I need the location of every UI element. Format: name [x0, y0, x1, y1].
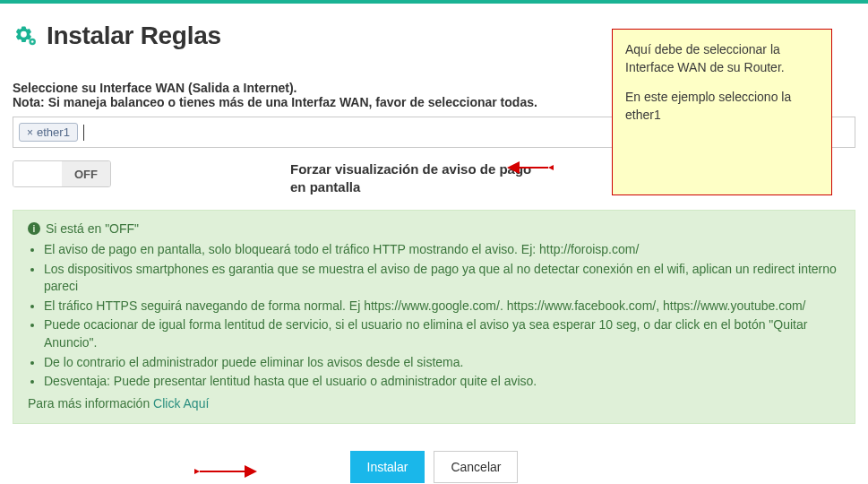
svg-point-1 — [31, 40, 34, 43]
alert-bullet: Los dispositivos smartphones es garantia… — [44, 261, 840, 296]
action-buttons-row: Instalar Cancelar — [13, 451, 855, 483]
remove-tag-icon[interactable]: × — [27, 126, 33, 139]
gears-icon — [13, 23, 38, 48]
alert-heading: i Si está en "OFF" — [28, 221, 840, 236]
cancel-button[interactable]: Cancelar — [434, 451, 518, 483]
toggle-off-half: OFF — [62, 161, 110, 186]
annotation-note: Aquí debe de seleccionar la Interface WA… — [612, 29, 832, 195]
annotation-note-p2: En este ejemplo selecciono la ether1 — [625, 88, 819, 125]
force-notice-toggle[interactable]: OFF — [13, 160, 111, 187]
wan-label-line-1: Seleccione su Interface WAN (Salida a In… — [13, 81, 296, 95]
alert-heading-text: Si está en "OFF" — [46, 221, 139, 236]
alert-bullet: Puede ocacionar de igual forma lentitud … — [44, 316, 840, 351]
wan-label-line-2: Nota: Si maneja balanceo o tienes más de… — [13, 95, 537, 109]
page-body: Instalar Reglas Seleccione su Interface … — [0, 4, 868, 484]
alert-footer-prefix: Para más información — [28, 396, 153, 411]
wan-tag-ether1[interactable]: × ether1 — [19, 123, 78, 142]
wan-tag-label: ether1 — [37, 125, 70, 139]
alert-footer: Para más información Click Aquí — [28, 396, 840, 411]
info-icon: i — [28, 222, 40, 235]
annotation-note-p1: Aquí debe de seleccionar la Interface WA… — [625, 40, 819, 77]
info-alert: i Si está en "OFF" El aviso de pago en p… — [13, 210, 855, 424]
alert-more-info-link[interactable]: Click Aquí — [153, 396, 209, 411]
toggle-empty-half — [13, 161, 62, 186]
install-button[interactable]: Instalar — [350, 451, 425, 483]
page-title: Instalar Reglas — [47, 22, 221, 50]
alert-bullet: El aviso de pago en pantalla, solo bloqu… — [44, 241, 840, 259]
force-notice-label: Forzar visualización de aviso de pago en… — [290, 160, 541, 195]
alert-bullet: De lo contrario el administrador puede e… — [44, 354, 840, 372]
alert-bullet: El tráfico HTTPS seguirá navegando de fo… — [44, 298, 840, 315]
alert-bullet: Desventaja: Puede presentar lentitud has… — [44, 373, 840, 391]
alert-bullet-list: El aviso de pago en pantalla, solo bloqu… — [44, 241, 840, 391]
text-cursor — [83, 125, 84, 141]
